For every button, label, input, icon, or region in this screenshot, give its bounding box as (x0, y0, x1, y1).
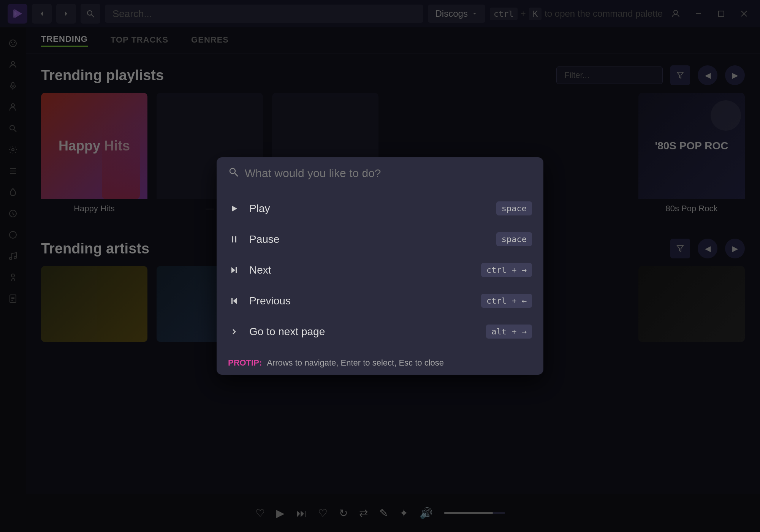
cp-item-play[interactable]: Play space (217, 193, 543, 224)
command-palette-search-icon (228, 166, 239, 180)
command-palette-search (217, 157, 543, 189)
protip-label: PROTIP: (228, 358, 262, 367)
cp-go-next-page-kbd: alt + → (486, 325, 532, 339)
next-icon (228, 266, 240, 274)
play-icon (228, 205, 240, 212)
command-palette-items: Play space Pause space Next ctrl + → (217, 189, 543, 351)
cp-previous-label: Previous (249, 295, 472, 307)
cp-item-pause[interactable]: Pause space (217, 224, 543, 255)
svg-marker-39 (231, 267, 235, 273)
command-palette-overlay[interactable]: Play space Pause space Next ctrl + → (0, 0, 760, 532)
cp-item-go-next-page[interactable]: Go to next page alt + → (217, 316, 543, 347)
cp-pause-kbd: space (496, 232, 532, 246)
svg-rect-38 (235, 236, 236, 242)
cp-previous-kbd: ctrl + ← (481, 294, 532, 308)
svg-rect-42 (231, 298, 233, 304)
cp-go-next-page-label: Go to next page (249, 326, 477, 338)
svg-marker-41 (233, 298, 237, 304)
cp-play-label: Play (249, 203, 487, 215)
svg-rect-40 (236, 267, 237, 273)
command-palette: Play space Pause space Next ctrl + → (217, 157, 543, 375)
cp-next-label: Next (249, 264, 472, 276)
cp-item-next[interactable]: Next ctrl + → (217, 255, 543, 285)
previous-icon (228, 297, 240, 305)
svg-point-34 (230, 168, 235, 174)
command-palette-protip: PROTIP: Arrows to navigate, Enter to sel… (217, 351, 543, 375)
protip-text: Arrows to navigate, Enter to select, Esc… (267, 358, 444, 367)
svg-line-35 (235, 173, 238, 176)
svg-marker-36 (232, 206, 237, 212)
cp-pause-label: Pause (249, 233, 487, 245)
cp-next-kbd: ctrl + → (481, 263, 532, 277)
chevron-right-icon (228, 328, 240, 336)
cp-item-previous[interactable]: Previous ctrl + ← (217, 285, 543, 316)
command-palette-input[interactable] (245, 167, 532, 180)
svg-rect-37 (232, 236, 233, 242)
cp-play-kbd: space (496, 201, 532, 215)
pause-icon (228, 236, 240, 243)
